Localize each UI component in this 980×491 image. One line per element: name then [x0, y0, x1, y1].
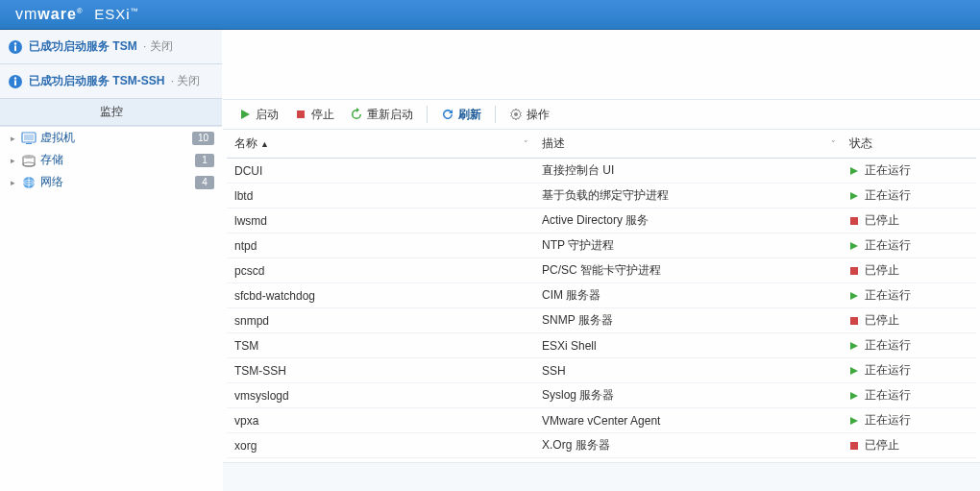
cell-status: 已停止 — [842, 433, 976, 458]
table-row[interactable]: vpxaVMware vCenter Agent正在运行 — [227, 408, 976, 433]
expand-icon[interactable]: ▸ — [8, 134, 17, 143]
sidebar-item-vm[interactable]: ▸ 虚拟机 10 — [0, 127, 222, 149]
svg-rect-7 — [24, 135, 34, 140]
sort-asc-icon: ▲ — [260, 139, 269, 149]
expand-icon[interactable]: ▸ — [8, 178, 17, 187]
table-row[interactable]: ntpdNTP 守护进程正在运行 — [227, 233, 976, 258]
play-icon — [238, 108, 252, 121]
cell-status: 正在运行 — [842, 333, 976, 358]
restart-button[interactable]: 重新启动 — [344, 105, 419, 125]
notification-banner[interactable]: 已成功启动服务 TSM-SSH · 关闭 — [0, 64, 222, 99]
cell-name: lbtd — [227, 184, 534, 209]
column-header-status[interactable]: 状态 — [842, 130, 976, 159]
vm-icon — [21, 131, 37, 146]
expand-icon[interactable]: ▸ — [8, 156, 17, 165]
svg-marker-22 — [850, 292, 858, 300]
play-icon — [849, 391, 859, 401]
services-table: 名称▲˅ 描述˅ 状态 DCUI直接控制台 UI正在运行lbtd基于负载的绑定守… — [227, 130, 976, 458]
start-button[interactable]: 启动 — [233, 105, 284, 125]
play-icon — [849, 166, 859, 176]
cell-name: DCUI — [227, 159, 534, 184]
info-icon — [8, 74, 23, 89]
sidebar-item-label: 虚拟机 — [40, 130, 192, 146]
cell-desc: SSH — [534, 358, 842, 383]
svg-marker-20 — [850, 242, 858, 250]
toolbar: 启动 停止 重新启动 刷新 操作 — [223, 99, 980, 130]
cell-status: 正在运行 — [842, 283, 976, 308]
services-table-wrap: 名称▲˅ 描述˅ 状态 DCUI直接控制台 UI正在运行lbtd基于负载的绑定守… — [223, 130, 980, 462]
column-header-name[interactable]: 名称▲˅ — [227, 130, 534, 159]
cell-name: vpxa — [227, 408, 534, 433]
notification-text: 已成功启动服务 TSM-SSH · 关闭 — [29, 73, 200, 89]
table-row[interactable]: vmsyslogdSyslog 服务器正在运行 — [227, 383, 976, 408]
storage-icon — [21, 153, 37, 168]
table-row[interactable]: sfcbd-watchdogCIM 服务器正在运行 — [227, 283, 976, 308]
stop-button[interactable]: 停止 — [288, 105, 340, 125]
sidebar-item-storage[interactable]: ▸ 存储 1 — [0, 149, 222, 171]
cell-desc: PC/SC 智能卡守护进程 — [534, 258, 842, 283]
stop-icon — [849, 266, 859, 276]
sidebar-item-network[interactable]: ▸ 网络 4 — [0, 171, 222, 193]
play-icon — [849, 241, 859, 251]
svg-rect-1 — [14, 45, 16, 51]
table-row[interactable]: lbtd基于负载的绑定守护进程正在运行 — [227, 184, 976, 209]
play-icon — [849, 191, 859, 201]
svg-marker-24 — [850, 342, 858, 350]
svg-marker-25 — [850, 367, 858, 375]
cell-status: 正在运行 — [842, 358, 976, 383]
content-area: localhost.localdomain · 管理 系统 硬件 许可 软件包 … — [223, 30, 980, 491]
svg-marker-18 — [850, 192, 858, 200]
sidebar-item-label: 存储 — [40, 152, 195, 168]
svg-marker-17 — [850, 167, 858, 175]
svg-point-5 — [14, 77, 16, 79]
restart-icon — [350, 108, 363, 121]
table-row[interactable]: TSMESXi Shell正在运行 — [227, 333, 976, 358]
svg-point-16 — [514, 112, 518, 116]
sidebar-item-label: 网络 — [40, 174, 195, 190]
cell-desc: SNMP 服务器 — [534, 308, 842, 333]
play-icon — [849, 341, 859, 351]
refresh-button[interactable]: 刷新 — [435, 105, 487, 125]
stop-icon — [849, 441, 859, 451]
info-icon — [8, 39, 23, 55]
cell-status: 已停止 — [842, 308, 976, 333]
cell-status: 正在运行 — [842, 184, 976, 209]
cell-name: ntpd — [227, 233, 534, 258]
svg-rect-28 — [850, 442, 858, 450]
svg-rect-23 — [850, 317, 858, 325]
brand-bar: vmware® ESXi™ — [0, 0, 980, 30]
cell-desc: 基于负载的绑定守护进程 — [534, 184, 842, 209]
cell-desc: VMware vCenter Agent — [534, 408, 842, 433]
table-row[interactable]: xorgX.Org 服务器已停止 — [227, 433, 976, 458]
cell-name: sfcbd-watchdog — [227, 283, 534, 308]
table-row[interactable]: pcscdPC/SC 智能卡守护进程已停止 — [227, 258, 976, 283]
table-row[interactable]: lwsmdActive Directory 服务已停止 — [227, 209, 976, 233]
svg-rect-4 — [14, 80, 16, 86]
table-row[interactable]: snmpdSNMP 服务器已停止 — [227, 308, 976, 333]
column-header-desc[interactable]: 描述˅ — [534, 130, 842, 159]
section-header-monitor: 监控 — [0, 99, 222, 126]
count-badge: 4 — [195, 176, 214, 189]
toolbar-separator — [495, 106, 496, 123]
cell-name: xorg — [227, 433, 534, 458]
cell-name: lwsmd — [227, 209, 534, 233]
actions-button[interactable]: 操作 — [503, 105, 555, 125]
notification-banner[interactable]: 已成功启动服务 TSM · 关闭 — [0, 30, 222, 64]
cell-desc: Active Directory 服务 — [534, 209, 842, 233]
chevron-down-icon[interactable]: ˅ — [524, 139, 528, 149]
cell-name: vmsyslogd — [227, 383, 534, 408]
cell-status: 正在运行 — [842, 159, 976, 184]
svg-rect-19 — [850, 217, 858, 225]
cell-status: 正在运行 — [842, 383, 976, 408]
cell-desc: Syslog 服务器 — [534, 383, 842, 408]
play-icon — [849, 416, 859, 426]
chevron-down-icon[interactable]: ˅ — [831, 139, 836, 149]
table-row[interactable]: TSM-SSHSSH正在运行 — [227, 358, 976, 383]
toolbar-separator — [427, 106, 428, 123]
cell-desc: NTP 守护进程 — [534, 233, 842, 258]
cell-status: 已停止 — [842, 258, 976, 283]
table-row[interactable]: DCUI直接控制台 UI正在运行 — [227, 159, 976, 184]
footer-strip — [223, 462, 980, 491]
svg-marker-26 — [850, 392, 858, 400]
svg-rect-15 — [297, 110, 305, 118]
